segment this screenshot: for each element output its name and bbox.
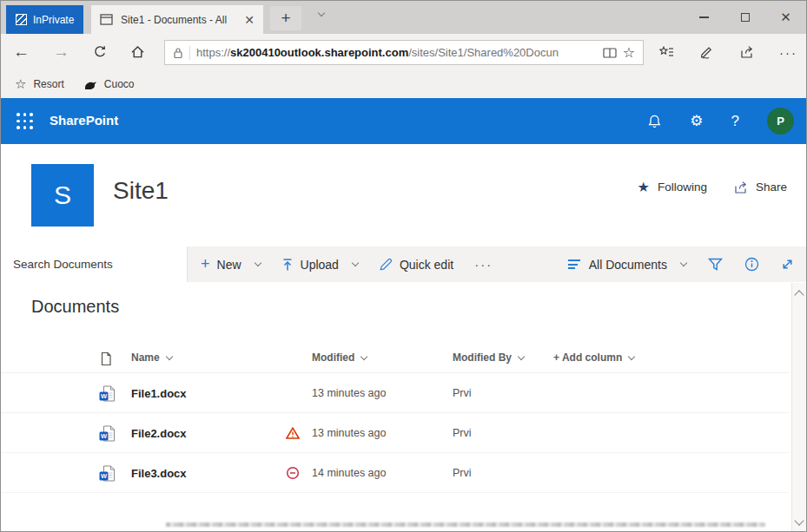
- search-box: [1, 246, 188, 282]
- file-modified-by[interactable]: Prvi: [453, 453, 472, 493]
- inprivate-stripes-icon: [16, 14, 27, 25]
- minimize-button[interactable]: [684, 1, 724, 34]
- search-input[interactable]: [1, 246, 187, 282]
- share-site-icon: [733, 181, 748, 194]
- svg-text:W: W: [101, 432, 108, 440]
- notifications-bell-icon[interactable]: [647, 114, 662, 129]
- sort-chevron-icon: [518, 352, 525, 359]
- file-name[interactable]: File2.docx: [131, 413, 187, 453]
- web-note-pen-icon[interactable]: [699, 46, 714, 59]
- inprivate-badge: InPrivate: [6, 5, 83, 34]
- upload-label: Upload: [301, 258, 339, 272]
- site-header: S Site1 ★ Following Share: [1, 144, 806, 246]
- add-favorite-star-icon[interactable]: ☆: [623, 44, 635, 61]
- browser-window: InPrivate Site1 - Documents - All ✕ + ✕ …: [0, 0, 807, 532]
- site-logo[interactable]: S: [31, 164, 94, 227]
- upload-icon: [281, 258, 294, 272]
- favorites-bar: ☆ Resort Cuoco: [1, 70, 806, 98]
- new-tab-button[interactable]: +: [270, 6, 301, 30]
- view-selector[interactable]: All Documents: [568, 258, 686, 272]
- blocked-icon: [286, 466, 300, 480]
- back-icon[interactable]: ←: [13, 43, 30, 62]
- forward-icon[interactable]: →: [53, 43, 69, 62]
- favorite-item-cuoco[interactable]: Cuoco: [83, 78, 135, 90]
- settings-gear-icon[interactable]: ⚙: [690, 112, 703, 130]
- tab-strip: InPrivate Site1 - Documents - All ✕ + ✕: [1, 1, 806, 34]
- add-column-chevron-icon: [628, 352, 635, 359]
- favorites-hub-icon[interactable]: [659, 46, 674, 59]
- browser-settings-icon[interactable]: ···: [779, 45, 797, 60]
- file-modified: 13 minutes ago: [312, 413, 386, 453]
- document-library: Documents Name Modified Modified By + Ad…: [1, 282, 806, 531]
- upload-button[interactable]: Upload: [281, 258, 358, 272]
- url-text: https://sk200410outlook.sharepoint.com/s…: [196, 46, 597, 59]
- file-modified-by[interactable]: Prvi: [453, 373, 472, 413]
- expand-icon[interactable]: [781, 258, 794, 271]
- user-avatar[interactable]: P: [767, 108, 794, 135]
- quick-edit-button[interactable]: Quick edit: [379, 258, 453, 272]
- following-button[interactable]: ★ Following: [638, 179, 707, 195]
- word-file-icon: W: [98, 464, 116, 483]
- file-name[interactable]: File3.docx: [131, 453, 187, 493]
- vertical-scrollbar[interactable]: [791, 283, 806, 531]
- reading-view-icon[interactable]: [603, 48, 617, 58]
- share-page-icon[interactable]: [739, 45, 754, 59]
- refresh-icon[interactable]: [93, 45, 107, 59]
- sharepoint-brand[interactable]: SharePoint: [50, 113, 118, 128]
- new-button[interactable]: + New: [201, 255, 261, 273]
- lock-icon: [173, 47, 183, 59]
- scroll-up-icon[interactable]: [794, 290, 804, 299]
- clipped-page-text: [166, 522, 765, 527]
- word-file-icon: W: [98, 424, 116, 443]
- suite-bar: SharePoint ⚙ ? P: [1, 98, 806, 144]
- modified-by-column-header[interactable]: Modified By: [453, 351, 524, 364]
- inprivate-label: InPrivate: [33, 14, 74, 26]
- cuoco-favicon: [83, 79, 97, 89]
- command-overflow-icon[interactable]: ···: [474, 257, 493, 272]
- file-row[interactable]: W File1.docx 13 minutes ago Prvi: [1, 373, 789, 413]
- scroll-down-icon[interactable]: [794, 516, 804, 525]
- file-modified-by[interactable]: Prvi: [453, 413, 472, 453]
- tab-title: Site1 - Documents - All: [121, 14, 236, 26]
- file-row[interactable]: W File3.docx 14 minutes ago Prvi: [1, 453, 789, 493]
- maximize-button[interactable]: [724, 1, 765, 34]
- address-bar-row: ← → https://sk200410outlook.sharepoint.c…: [1, 34, 806, 70]
- svg-text:W: W: [101, 392, 108, 400]
- plus-icon: +: [201, 255, 210, 273]
- view-selector-label: All Documents: [589, 258, 667, 272]
- name-column-header[interactable]: Name: [131, 351, 172, 364]
- following-label: Following: [658, 181, 707, 194]
- sort-chevron-icon: [165, 352, 172, 359]
- help-icon[interactable]: ?: [731, 113, 739, 130]
- view-chevron-icon: [680, 259, 687, 266]
- site-title[interactable]: Site1: [113, 177, 169, 205]
- new-chevron-icon: [254, 259, 261, 266]
- app-launcher-icon[interactable]: [17, 113, 33, 129]
- favorite-item-resort[interactable]: ☆ Resort: [15, 76, 64, 92]
- modified-column-header[interactable]: Modified: [312, 351, 367, 364]
- add-column-button[interactable]: + Add column: [553, 351, 634, 364]
- info-icon[interactable]: [744, 257, 759, 272]
- favorite-label: Resort: [33, 78, 63, 90]
- browser-tab[interactable]: Site1 - Documents - All ✕: [91, 5, 263, 34]
- address-input[interactable]: https://sk200410outlook.sharepoint.com/s…: [164, 40, 644, 65]
- file-name[interactable]: File1.docx: [131, 373, 187, 413]
- close-button[interactable]: ✕: [765, 1, 806, 34]
- home-icon[interactable]: [130, 45, 145, 59]
- svg-text:W: W: [101, 472, 108, 480]
- file-modified: 14 minutes ago: [312, 453, 386, 493]
- file-type-column-header[interactable]: [100, 351, 112, 366]
- following-star-icon: ★: [638, 179, 650, 195]
- file-row[interactable]: W File2.docx 13 minutes ago Prvi: [1, 413, 789, 453]
- command-bar: + New Upload Quick edit ···: [1, 246, 806, 282]
- window-controls: ✕: [684, 1, 806, 34]
- share-label: Share: [756, 181, 787, 194]
- view-list-icon: [568, 259, 580, 269]
- url-divider: [189, 46, 190, 60]
- tab-list-chevron-icon[interactable]: [318, 10, 325, 16]
- upload-chevron-icon: [352, 259, 359, 266]
- favorite-label: Cuoco: [104, 78, 135, 90]
- filter-icon[interactable]: [708, 258, 723, 271]
- tab-close-icon[interactable]: ✕: [244, 13, 255, 27]
- share-site-button[interactable]: Share: [733, 181, 787, 194]
